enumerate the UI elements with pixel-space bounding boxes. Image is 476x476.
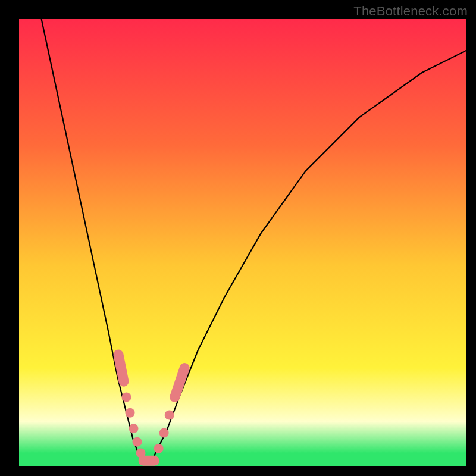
- marker-dot: [133, 437, 142, 447]
- marker-dot: [154, 444, 164, 453]
- bottleneck-curve: [42, 19, 466, 464]
- marker-capsule: [118, 355, 124, 381]
- watermark-text: TheBottleneck.com: [353, 4, 468, 19]
- marker-dot: [165, 411, 174, 420]
- plot-area: [19, 19, 466, 466]
- marker-dot: [159, 428, 169, 438]
- marker-capsule: [175, 368, 185, 397]
- curve-svg: [19, 19, 466, 466]
- marker-dot: [129, 424, 139, 433]
- chart-frame: TheBottleneck.com: [0, 0, 476, 476]
- marker-dot: [121, 392, 131, 402]
- marker-dot: [126, 408, 135, 418]
